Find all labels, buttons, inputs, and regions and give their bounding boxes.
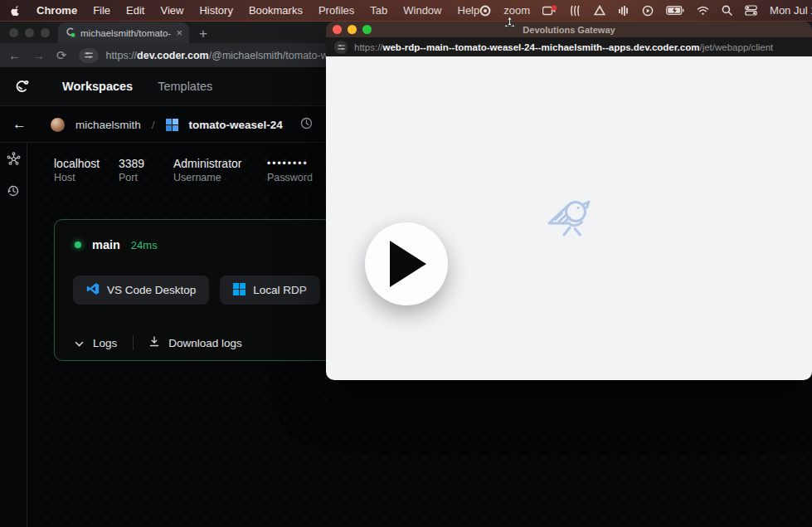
agent-online-dot	[75, 242, 81, 248]
local-rdp-label: Local RDP	[253, 284, 307, 296]
control-center-icon[interactable]	[745, 5, 757, 16]
download-icon[interactable]	[149, 336, 159, 349]
audio-waves-icon[interactable]	[570, 5, 581, 17]
screen-record-icon[interactable]	[479, 5, 491, 17]
host-value: localhost	[54, 157, 100, 170]
url-text[interactable]: https://web-rdp--main--tomato-weasel-24-…	[354, 42, 773, 52]
menu-clock[interactable]: Mon Jul 1 10:18:14 AM	[770, 4, 812, 17]
battery-icon[interactable]	[666, 6, 684, 15]
password-field: •••••••• Password	[267, 157, 313, 183]
password-label: Password	[267, 172, 313, 183]
chrome-window-controls[interactable]	[0, 22, 58, 43]
port-label: Port	[119, 172, 144, 183]
port-value: 3389	[119, 157, 144, 170]
site-info-icon[interactable]	[334, 41, 348, 54]
vscode-desktop-button[interactable]: VS Code Desktop	[73, 276, 209, 305]
coder-logo-icon[interactable]	[12, 76, 32, 96]
camera-notification-icon[interactable]	[542, 5, 557, 16]
password-value: ••••••••	[267, 157, 313, 170]
workspace-sidebar	[0, 143, 27, 527]
zoom-menu-item[interactable]: zoom	[503, 4, 530, 17]
site-info-icon[interactable]	[79, 48, 99, 63]
menu-help[interactable]: Help	[458, 4, 480, 17]
username-value: Administrator	[173, 157, 241, 170]
macos-menu-bar: Chrome File Edit View History Bookmarks …	[0, 0, 812, 22]
logs-row: Logs Download logs	[75, 335, 242, 350]
devolutions-bird-logo	[544, 195, 592, 245]
address-bar[interactable]: https://dev.coder.com/@michaelsmith/toma…	[79, 48, 328, 63]
host-label: Host	[54, 172, 100, 183]
menu-history[interactable]: History	[199, 4, 232, 17]
play-icon	[385, 239, 428, 289]
chevron-down-icon[interactable]	[75, 337, 84, 349]
menu-bookmarks[interactable]: Bookmarks	[249, 4, 303, 17]
breadcrumb-username[interactable]: michaelsmith	[75, 119, 141, 131]
tab-title: michaelsmith/tomato-weasel-	[80, 28, 171, 38]
breadcrumb-workspace-name[interactable]: tomato-weasel-24	[189, 119, 283, 131]
rdp-web-client-content	[326, 56, 812, 380]
menu-tab[interactable]: Tab	[370, 4, 387, 17]
spotlight-search-icon[interactable]	[722, 5, 732, 16]
agent-name: main	[92, 238, 120, 251]
local-rdp-button[interactable]: Local RDP	[220, 276, 320, 305]
back-to-workspaces-icon[interactable]: ←	[12, 116, 27, 133]
tab-close-icon[interactable]: ×	[176, 27, 182, 38]
port-field: 3389 Port	[119, 157, 144, 183]
devolutions-gateway-window: Devolutions Gateway https://web-rdp--mai…	[326, 22, 812, 380]
agent-status-row: main 24ms	[75, 238, 158, 251]
devolutions-title-bar[interactable]: Devolutions Gateway	[326, 22, 812, 37]
resources-topology-icon[interactable]	[7, 152, 21, 169]
user-avatar	[51, 118, 65, 132]
wifi-icon[interactable]	[697, 6, 709, 16]
new-tab-button[interactable]: +	[199, 25, 207, 43]
equalizer-bars-icon[interactable]	[618, 5, 630, 17]
workspace-template-icon	[166, 119, 178, 131]
forward-icon[interactable]: →	[32, 49, 45, 61]
coder-favicon	[65, 27, 75, 39]
breadcrumb-separator: /	[152, 119, 155, 131]
zoom-window-button[interactable]	[41, 28, 50, 37]
url-text[interactable]: https://dev.coder.com/@michaelsmith/toma…	[106, 50, 328, 61]
browser-tab[interactable]: michaelsmith/tomato-weasel- ×	[58, 22, 189, 43]
username-label: Username	[173, 172, 241, 183]
username-field: Administrator Username	[173, 157, 241, 183]
reload-icon[interactable]: ⟳	[56, 49, 67, 61]
minimize-window-button[interactable]	[25, 28, 34, 37]
menu-view[interactable]: View	[160, 4, 183, 17]
host-field: localhost Host	[54, 157, 100, 183]
move-cursor	[503, 16, 517, 37]
menu-profiles[interactable]: Profiles	[318, 4, 354, 17]
nav-tab-workspaces[interactable]: Workspaces	[62, 80, 133, 93]
windows-icon	[233, 283, 246, 298]
triangle-status-icon[interactable]	[594, 5, 605, 16]
menu-file[interactable]: File	[93, 4, 110, 17]
vscode-desktop-label: VS Code Desktop	[107, 284, 196, 296]
back-icon[interactable]: ←	[8, 49, 21, 61]
devolutions-window-title: Devolutions Gateway	[326, 25, 812, 35]
devolutions-address-bar[interactable]: https://web-rdp--main--tomato-weasel-24-…	[326, 37, 812, 56]
download-logs-label[interactable]: Download logs	[168, 337, 242, 349]
close-window-button[interactable]	[9, 28, 18, 37]
start-session-play-button[interactable]	[365, 222, 448, 305]
schedule-clock-icon[interactable]	[300, 117, 313, 133]
menu-edit[interactable]: Edit	[126, 4, 144, 17]
agent-latency: 24ms	[131, 239, 158, 251]
logs-toggle-label[interactable]: Logs	[93, 337, 117, 349]
apple-menu-icon[interactable]	[10, 4, 21, 17]
logs-divider	[133, 335, 134, 350]
play-circle-icon[interactable]	[642, 5, 654, 17]
nav-tab-templates[interactable]: Templates	[158, 80, 212, 93]
menu-app-name[interactable]: Chrome	[36, 4, 77, 17]
vscode-icon	[86, 282, 100, 298]
menu-window[interactable]: Window	[403, 4, 441, 17]
history-icon[interactable]	[7, 184, 20, 201]
